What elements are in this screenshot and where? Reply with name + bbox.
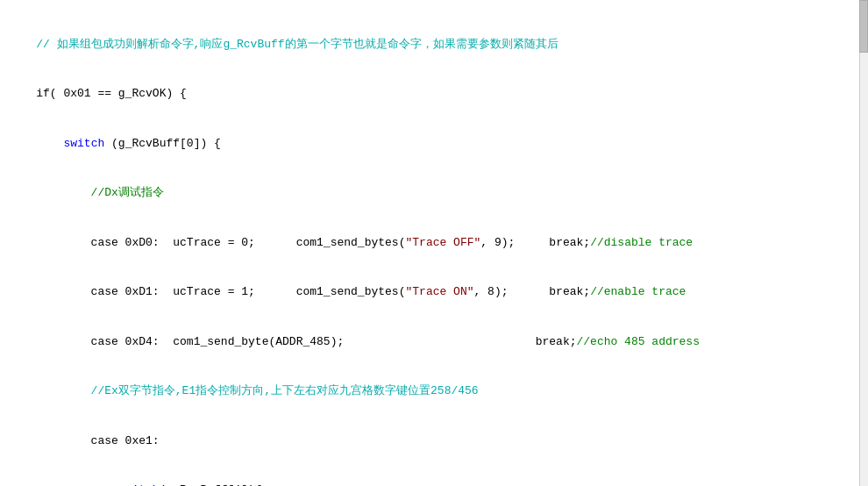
line-2: if( 0x01 == g_RcvOK) { (9, 86, 868, 103)
line-4: //Dx调试指令 (9, 185, 868, 202)
line-1: // 如果组包成功则解析命令字,响应g_RcvBuff的第一个字节也就是命令字，… (9, 37, 868, 54)
line-9: case 0xe1: (9, 433, 868, 450)
line-3: switch (g_RcvBuff[0]) { (9, 136, 868, 153)
vertical-scrollbar[interactable] (859, 0, 868, 486)
line-10: switch(g_RcvBuff[1]){ (9, 482, 868, 486)
line-8: //Ex双字节指令,E1指令控制方向,上下左右对应九宫格数字键位置258/456 (9, 383, 868, 400)
code-editor: // 如果组包成功则解析命令字,响应g_RcvBuff的第一个字节也就是命令字，… (0, 0, 868, 486)
scrollbar-thumb[interactable] (859, 0, 868, 53)
line-5: case 0xD0: ucTrace = 0; com1_send_bytes(… (9, 235, 868, 252)
code-content: // 如果组包成功则解析命令字,响应g_RcvBuff的第一个字节也就是命令字，… (0, 4, 868, 486)
line-6: case 0xD1: ucTrace = 1; com1_send_bytes(… (9, 284, 868, 301)
line-7: case 0xD4: com1_send_byte(ADDR_485); bre… (9, 334, 868, 351)
